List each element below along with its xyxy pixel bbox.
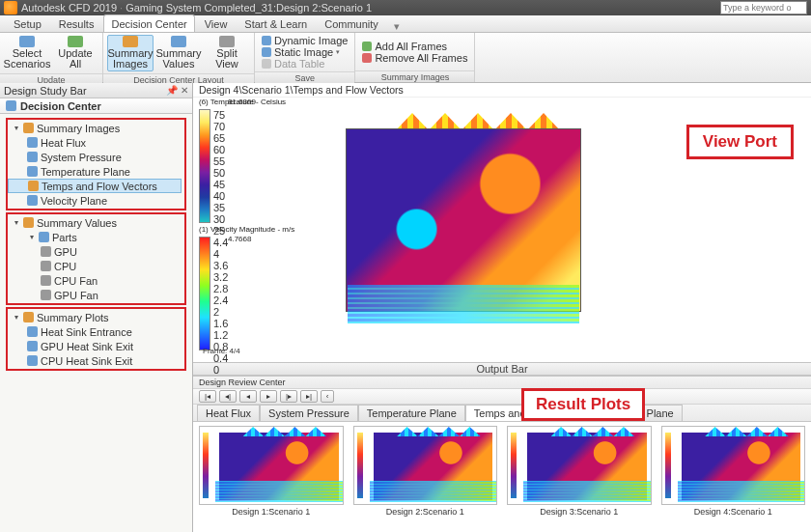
output-bar[interactable]: Output Bar <box>193 362 811 376</box>
vel-legend-max: 4.7668 <box>228 235 251 243</box>
part-icon <box>41 275 51 286</box>
tree-part-cpu[interactable]: CPU <box>8 259 184 273</box>
thumb-design-2[interactable]: Design 2:Scenario 1 <box>353 426 498 522</box>
viewport-title: Design 4\Scenario 1\Temps and Flow Vecto… <box>193 83 811 98</box>
plot-icon <box>27 326 38 337</box>
add-all-frames-button[interactable]: Add All Frames <box>359 41 450 52</box>
tab-start-learn[interactable]: Start & Learn <box>237 14 315 32</box>
thumb-design-3[interactable]: Design 3:Scenario 1 <box>507 426 652 522</box>
tree-item-system-pressure[interactable]: System Pressure <box>8 150 184 164</box>
ribbon-group-update: Select Scenarios Update All Update <box>0 33 103 82</box>
pin-icon[interactable]: 📌 ✕ <box>166 85 188 96</box>
vel-ticks: 4.443.63.22.82.421.61.20.80.40 <box>213 237 228 350</box>
tree-part-cpu-fan[interactable]: CPU Fan <box>8 273 184 288</box>
tree-summary-plots[interactable]: ▾Summary Plots <box>8 310 184 324</box>
drc-title: Design Review Center <box>193 377 811 389</box>
parts-icon <box>39 232 49 242</box>
data-table-button[interactable]: Data Table <box>259 58 327 70</box>
ribbon-group-save: Dynamic Image Static Image▾ Data Table S… <box>255 33 355 82</box>
colorbar-icon <box>199 237 210 350</box>
title-bar: Autodesk CFD 2019 · Gaming System Comple… <box>0 0 811 15</box>
design-review-center: Design Review Center |◂ ◂| ◂ ▸ |▸ ▸| ‹ R… <box>193 376 811 522</box>
play-button[interactable]: ▸ <box>260 390 277 403</box>
part-icon <box>41 290 51 300</box>
viewport[interactable]: View Port (6) Temperature - Celsius 81.6… <box>193 98 811 362</box>
playback-controls: |◂ ◂| ◂ ▸ |▸ ▸| ‹ <box>193 389 811 405</box>
tree-item-temperature-plane[interactable]: Temperature Plane <box>8 164 184 179</box>
image-icon <box>27 195 38 206</box>
temp-legend-max: 81.6869 <box>228 98 256 106</box>
dtab-system-pressure[interactable]: System Pressure <box>260 405 358 421</box>
plot-icon <box>27 341 38 351</box>
tree-summary-images[interactable]: ▾Summary Images <box>8 121 184 135</box>
app-logo-icon <box>4 1 17 14</box>
image-icon <box>27 166 38 177</box>
tree-item-temps-flow-vectors[interactable]: Temps and Flow Vectors <box>8 179 182 193</box>
split-view-button[interactable]: Split View <box>204 35 250 71</box>
thumb-design-4[interactable]: Design 4:Scenario 1 <box>661 426 806 522</box>
tab-view[interactable]: View <box>197 14 236 32</box>
plot-icon <box>27 355 38 366</box>
ribbon-tabs: Setup Results Decision Center View Start… <box>0 15 811 33</box>
tree-plot-cpu-heat-sink-exit[interactable]: CPU Heat Sink Exit <box>8 353 184 368</box>
temp-ticks: 7570656055504540353025 <box>213 109 225 223</box>
vel-legend-title: (1) Velocity Magnitude - m/s <box>199 225 294 234</box>
product-name: Autodesk CFD 2019 <box>21 2 117 14</box>
remove-all-frames-button[interactable]: Remove All Frames <box>359 52 470 64</box>
highlight-summary-values: ▾Summary Values ▾Parts GPU CPU CPU Fan G… <box>6 212 186 305</box>
ribbon: Select Scenarios Update All Update Summa… <box>0 33 811 83</box>
folder-icon <box>23 312 34 322</box>
dtab-heat-flux[interactable]: Heat Flux <box>197 405 260 421</box>
tab-setup[interactable]: Setup <box>6 14 49 32</box>
part-icon <box>41 246 51 257</box>
folder-icon <box>23 217 34 228</box>
dynamic-image-button[interactable]: Dynamic Image <box>259 35 350 46</box>
tree-item-velocity-plane[interactable]: Velocity Plane <box>8 193 184 208</box>
select-scenarios-button[interactable]: Select Scenarios <box>4 35 50 71</box>
first-button[interactable]: |◂ <box>199 390 216 403</box>
tab-community[interactable]: Community <box>317 14 386 32</box>
play-back-button[interactable]: ◂ <box>239 390 257 403</box>
highlight-summary-images: ▾Summary Images Heat Flux System Pressur… <box>6 118 186 210</box>
ribbon-group-label: Save <box>255 71 354 83</box>
content-area: Design 4\Scenario 1\Temps and Flow Vecto… <box>193 83 811 532</box>
image-icon <box>27 137 38 148</box>
thumb-design-1[interactable]: Design 1:Scenario 1 <box>199 426 344 522</box>
temperature-legend: 7570656055504540353025 <box>199 109 225 223</box>
highlight-summary-plots: ▾Summary Plots Heat Sink Entrance GPU He… <box>6 307 186 371</box>
update-all-button[interactable]: Update All <box>52 35 98 71</box>
static-image-button[interactable]: Static Image▾ <box>259 46 343 58</box>
annotation-viewport: View Port <box>686 125 794 159</box>
tree-plot-heat-sink-entrance[interactable]: Heat Sink Entrance <box>8 324 184 339</box>
panel-header[interactable]: Decision Center <box>0 98 192 114</box>
document-title: Gaming System Completed_31:Design 2:Scen… <box>126 2 372 14</box>
last-button[interactable]: ▸| <box>300 390 318 403</box>
colorbar-icon <box>199 109 210 223</box>
ribbon-group-layout: Summary Images Summary Values Split View… <box>103 33 255 82</box>
scroll-left-button[interactable]: ‹ <box>321 390 334 403</box>
tree-summary-values[interactable]: ▾Summary Values <box>8 215 184 230</box>
ribbon-group-frames: Add All Frames Remove All Frames Summary… <box>355 33 475 82</box>
thumbnail-strip: Design 1:Scenario 1 Design 2:Scenario 1 … <box>193 422 811 522</box>
velocity-legend: 4.443.63.22.82.421.61.20.80.40 <box>199 237 228 350</box>
decision-center-icon <box>6 100 16 111</box>
dtab-temperature-plane[interactable]: Temperature Plane <box>358 405 465 421</box>
tab-decision-center[interactable]: Decision Center <box>103 14 194 32</box>
tree-item-heat-flux[interactable]: Heat Flux <box>8 135 184 150</box>
panel-title: Design Study Bar 📌 ✕ <box>0 83 192 98</box>
ribbon-overflow-icon[interactable]: ▾ <box>394 20 406 32</box>
prev-button[interactable]: ◂| <box>219 390 237 403</box>
tree-parts[interactable]: ▾Parts <box>8 230 184 244</box>
tree-part-gpu[interactable]: GPU <box>8 244 184 259</box>
tree-part-gpu-fan[interactable]: GPU Fan <box>8 288 184 302</box>
keyword-search-input[interactable] <box>720 1 807 14</box>
image-icon <box>28 181 39 191</box>
tab-results[interactable]: Results <box>51 14 102 32</box>
ribbon-group-label: Summary Images <box>355 70 474 82</box>
part-icon <box>41 261 51 271</box>
summary-images-button[interactable]: Summary Images <box>107 35 154 71</box>
next-button[interactable]: |▸ <box>280 390 297 403</box>
tree-plot-gpu-heat-sink-exit[interactable]: GPU Heat Sink Exit <box>8 339 184 353</box>
summary-values-button[interactable]: Summary Values <box>155 35 202 71</box>
drc-tabs: Result Plots Heat Flux System Pressure T… <box>193 405 811 422</box>
